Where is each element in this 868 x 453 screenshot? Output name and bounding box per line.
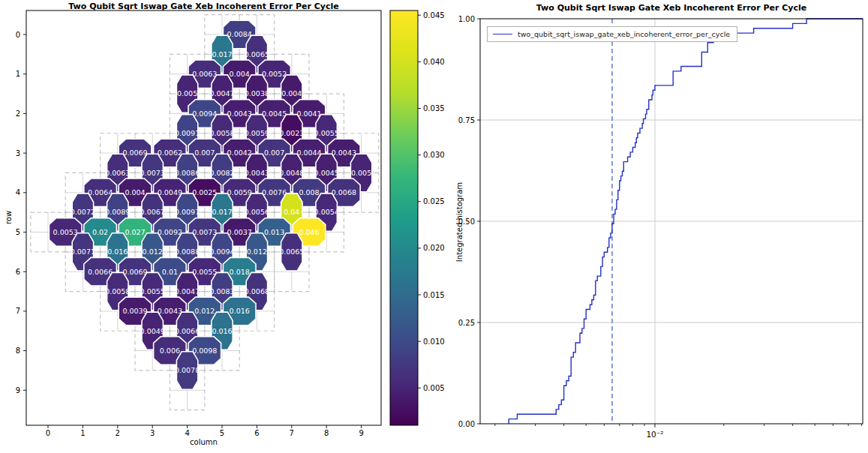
figure-canvas: { "figure": { "width": 1157, "height": 6…: [0, 0, 868, 453]
coupler-value-label: 0.0094: [192, 110, 217, 118]
y-tick-label: 5: [16, 228, 20, 236]
y-tick-label: 2: [16, 110, 20, 118]
coupler-value-label: 0.0064: [88, 188, 113, 196]
coupler-value-label: 0.0083: [209, 287, 234, 296]
coupler-value-label: 0.0048: [279, 169, 304, 177]
coupler-value-label: 0.017: [212, 50, 232, 58]
coupler-value-label: 0.0091: [175, 129, 200, 137]
y-tick-label: 1: [16, 70, 20, 78]
coupler-value-label: 0.0055: [314, 129, 339, 137]
coupler-value-label: 0.0042: [227, 148, 252, 157]
coupler-value-label: 0.0098: [192, 346, 217, 355]
coupler-value-label: 0.006: [160, 346, 180, 355]
coupler-value-label: 0.008: [299, 188, 319, 196]
coupler-value-label: 0.0049: [140, 327, 165, 335]
coupler-value-label: 0.0073: [192, 228, 217, 236]
x-tick-label: 2: [116, 429, 120, 437]
coupler-value-label: 0.0041: [296, 110, 321, 118]
y-tick-label: 8: [16, 346, 20, 355]
coupler-value-label: 0.0086: [175, 169, 200, 177]
coupler-value-label: 0.012: [247, 248, 267, 256]
y-tick-label: 0.00: [458, 420, 475, 428]
x-tick-label: 1: [80, 429, 85, 437]
coupler-value-label: 0.0058: [105, 287, 130, 296]
coupler-value-label: 0.0043: [332, 148, 356, 157]
plots-svg: 0.00840.0170.00650.00630.0040.00520.0050…: [0, 0, 868, 453]
y-tick-label: 0.25: [458, 319, 475, 327]
coupler-value-label: 0.018: [230, 268, 250, 276]
coupler-value-label: 0.0039: [122, 307, 147, 315]
y-tick-label: 0.50: [458, 218, 475, 226]
coupler-value-label: 0.0071: [71, 248, 95, 256]
coupler-value-label: 0.0056: [245, 208, 269, 216]
x-tick-label: 5: [220, 429, 224, 437]
y-tick-label: 6: [16, 268, 20, 276]
x-tick-label: 7: [290, 429, 294, 437]
coupler-value-label: 0.007: [264, 148, 284, 157]
coupler-value-label: 0.012: [194, 307, 215, 315]
coupler-value-label: 0.0043: [245, 169, 269, 177]
coupler-value-label: 0.0023: [279, 129, 304, 137]
coupler-value-label: 0.0078: [175, 366, 200, 374]
coupler-value-label: 0.046: [299, 228, 319, 236]
colorbar-tick-label: 0.025: [423, 197, 445, 206]
coupler-value-label: 0.012: [143, 248, 163, 256]
legend-label: two_qubit_sqrt_iswap_gate_xeb_incoherent…: [518, 30, 730, 38]
coupler-value-label: 0.0045: [314, 169, 339, 177]
coupler-value-label: 0.0059: [227, 188, 252, 196]
colorbar-tick-label: 0.005: [423, 384, 445, 392]
coupler-value-label: 0.0069: [122, 148, 147, 157]
coupler-value-label: 0.013: [264, 228, 284, 236]
coupler-value-label: 0.0059: [245, 129, 269, 137]
coupler-value-label: 0.0066: [88, 268, 113, 276]
coupler-value-label: 0.016: [212, 327, 232, 335]
y-tick-label: 0.75: [458, 116, 475, 124]
x-tick-label: 4: [185, 429, 189, 437]
legend-box: two_qubit_sqrt_iswap_gate_xeb_incoherent…: [487, 26, 737, 42]
coupler-value-label: 0.0067: [140, 208, 165, 216]
legend-line-sample: [493, 34, 512, 34]
y-tick-label: 3: [16, 149, 20, 158]
coupler-value-label: 0.0072: [71, 208, 95, 216]
coupler-value-label: 0.0049: [158, 188, 182, 196]
coupler-value-label: 0.0037: [227, 228, 252, 236]
colorbar-tick-label: 0.035: [423, 104, 445, 112]
coupler-value-label: 0.004: [230, 70, 250, 78]
coupler-value-label: 0.01: [162, 268, 178, 276]
coupler-value-label: 0.0045: [262, 110, 287, 118]
coupler-value-label: 0.005: [351, 169, 371, 177]
coupler-value-label: 0.04: [284, 208, 299, 216]
coupler-value-label: 0.0047: [209, 89, 234, 98]
coupler-value-label: 0.0052: [262, 70, 287, 78]
colorbar-tick-label: 0.020: [423, 244, 445, 252]
coupler-value-label: 0.0097: [175, 208, 200, 216]
coupler-value-label: 0.0055: [192, 268, 217, 276]
coupler-value-label: 0.005: [177, 89, 197, 98]
y-tick-label: 4: [16, 188, 20, 196]
coupler-value-label: 0.016: [230, 307, 250, 315]
colorbar: [390, 10, 418, 425]
coupler-value-label: 0.004: [281, 89, 302, 98]
y-tick-label: 9: [16, 386, 20, 394]
coupler-value-label: 0.02: [92, 228, 108, 236]
coupler-value-label: 0.004: [125, 188, 145, 196]
coupler-value-label: 0.0062: [158, 148, 182, 157]
coupler-value-label: 0.0063: [192, 70, 217, 78]
coupler-value-label: 0.0094: [209, 248, 234, 256]
coupler-value-label: 0.0043: [158, 307, 182, 315]
coupler-value-label: 0.0058: [209, 129, 234, 137]
coupler-value-label: 0.0025: [192, 188, 217, 196]
x-tick-label: 3: [150, 429, 155, 437]
coupler-value-label: 0.0082: [209, 169, 234, 177]
coupler-value-label: 0.016: [107, 248, 128, 256]
coupler-value-label: 0.0068: [245, 287, 269, 296]
coupler-value-label: 0.0089: [105, 208, 130, 216]
x-tick-label: 9: [359, 429, 363, 437]
y-tick-label: 0: [16, 31, 20, 39]
coupler-value-label: 0.0076: [262, 188, 287, 196]
x-tick-label: 10⁻²: [646, 430, 663, 439]
coupler-value-label: 0.007: [194, 148, 215, 157]
colorbar-tick-label: 0.015: [423, 291, 445, 299]
coupler-value-label: 0.0065: [279, 248, 304, 256]
colorbar-tick-label: 0.040: [423, 58, 445, 66]
